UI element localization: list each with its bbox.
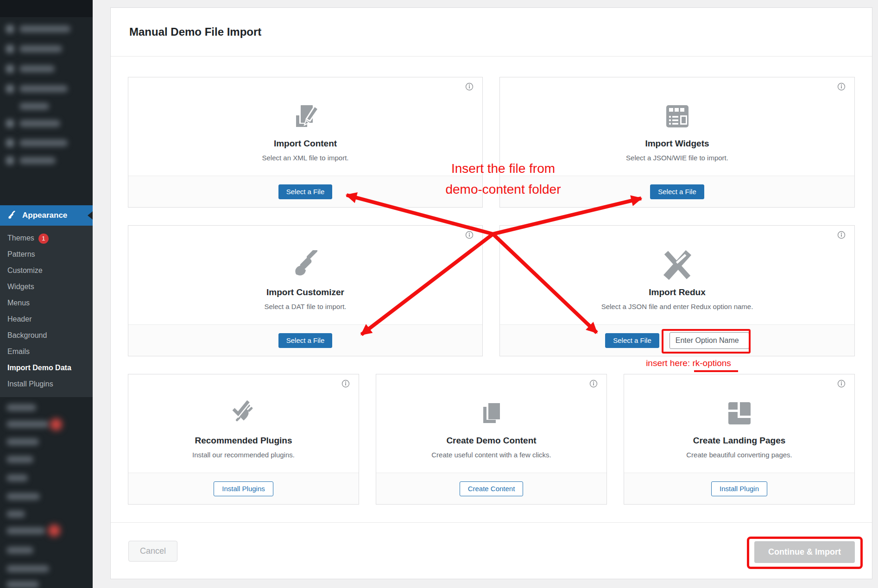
annotation-box-option-input bbox=[662, 329, 751, 354]
annotation-note-line1: Insert the file from bbox=[431, 158, 575, 179]
blurred-menu-item bbox=[6, 421, 49, 428]
sidebar-item-background[interactable]: Background bbox=[0, 327, 93, 343]
widgets-icon bbox=[663, 101, 692, 131]
sidebar-item-emails[interactable]: Emails bbox=[0, 343, 93, 360]
card-title: Create Landing Pages bbox=[693, 436, 786, 446]
card-title: Recommended Plugins bbox=[195, 436, 292, 446]
blurred-update-badge bbox=[48, 525, 60, 537]
blurred-menu-item bbox=[19, 139, 68, 146]
card-subtitle: Select a JSON/WIE file to import. bbox=[626, 154, 728, 162]
blurred-update-badge bbox=[50, 418, 62, 430]
annotation-underline bbox=[694, 370, 738, 372]
card-title: Import Widgets bbox=[645, 139, 709, 149]
card-recommended-plugins: Recommended Plugins Install our recommen… bbox=[128, 374, 359, 505]
blurred-menu-item bbox=[19, 65, 55, 72]
select-file-button[interactable]: Select a File bbox=[278, 333, 333, 348]
blurred-menu-icon bbox=[6, 45, 14, 53]
blurred-menu-icon bbox=[6, 120, 14, 127]
sidebar-item-header[interactable]: Header bbox=[0, 311, 93, 327]
annotation-box-continue-button bbox=[747, 537, 863, 569]
blurred-menu-item bbox=[19, 157, 56, 164]
select-file-button[interactable]: Select a File bbox=[278, 184, 333, 199]
info-icon[interactable] bbox=[465, 231, 474, 239]
sidebar-item-import-demo-data[interactable]: Import Demo Data bbox=[0, 360, 93, 376]
card-import-customizer: Import Customizer Select a DAT file to i… bbox=[128, 225, 483, 356]
blurred-menu-item bbox=[6, 547, 33, 554]
themes-update-badge: 1 bbox=[38, 234, 49, 244]
cancel-button[interactable]: Cancel bbox=[128, 541, 177, 562]
card-title: Import Redux bbox=[649, 287, 705, 297]
card-title: Create Demo Content bbox=[446, 436, 536, 446]
annotation-note-line2: demo-content folder bbox=[431, 179, 575, 200]
redux-x-icon bbox=[663, 250, 692, 280]
admin-topbar-blurred bbox=[0, 0, 93, 17]
card-import-content: Import Content Select an XML file to imp… bbox=[128, 77, 483, 208]
info-icon[interactable] bbox=[837, 379, 846, 388]
info-icon[interactable] bbox=[341, 379, 350, 388]
info-icon[interactable] bbox=[465, 82, 474, 91]
admin-sidebar: Appearance Themes1 Patterns Customize Wi… bbox=[0, 0, 93, 588]
blurred-menu-icon bbox=[6, 25, 14, 33]
blurred-menu-item bbox=[6, 438, 39, 445]
blurred-menu-item bbox=[19, 25, 70, 32]
blurred-menu-item bbox=[6, 474, 28, 481]
sidebar-item-install-plugins[interactable]: Install Plugins bbox=[0, 376, 93, 392]
card-subtitle: Select a DAT file to import. bbox=[264, 303, 346, 310]
create-content-button[interactable]: Create Content bbox=[460, 481, 524, 496]
blurred-menu-icon bbox=[6, 85, 14, 93]
info-icon[interactable] bbox=[837, 82, 846, 91]
pages-icon bbox=[477, 398, 506, 428]
page-title: Manual Demo File Import bbox=[111, 8, 872, 57]
info-icon[interactable] bbox=[837, 231, 846, 239]
sidebar-item-menus[interactable]: Menus bbox=[0, 295, 93, 311]
sidebar-item-label: Appearance bbox=[22, 211, 67, 220]
card-subtitle: Create useful content with a few clicks. bbox=[431, 451, 551, 459]
card-subtitle: Select a JSON file and enter Redux optio… bbox=[601, 303, 753, 310]
card-subtitle: Create beautiful converting pages. bbox=[686, 451, 792, 459]
brush-icon bbox=[291, 250, 320, 280]
edit-document-icon bbox=[291, 101, 320, 131]
annotation-note: Insert the file from demo-content folder bbox=[431, 158, 575, 200]
page: Appearance Themes1 Patterns Customize Wi… bbox=[0, 0, 878, 588]
install-plugins-button[interactable]: Install Plugins bbox=[214, 481, 273, 496]
blurred-menu-item bbox=[6, 527, 45, 534]
sidebar-item-appearance[interactable]: Appearance bbox=[0, 205, 93, 226]
annotation-redux-note: insert here: rk-options bbox=[619, 358, 758, 368]
install-plugin-button[interactable]: Install Plugin bbox=[711, 481, 767, 496]
layout-icon bbox=[725, 398, 754, 428]
plugin-check-icon bbox=[229, 398, 259, 428]
blurred-menu-item bbox=[19, 120, 60, 127]
blurred-menu-item bbox=[6, 511, 25, 518]
sidebar-item-themes[interactable]: Themes1 bbox=[0, 230, 93, 246]
card-subtitle: Install our recommended plugins. bbox=[192, 451, 295, 459]
blurred-menu-icon bbox=[6, 157, 14, 164]
blurred-menu-item bbox=[6, 493, 40, 500]
sidebar-item-patterns[interactable]: Patterns bbox=[0, 246, 93, 262]
blurred-menu-icon bbox=[6, 65, 14, 73]
brush-icon bbox=[7, 211, 16, 220]
card-create-landing-pages: Create Landing Pages Create beautiful co… bbox=[624, 374, 855, 505]
blurred-menu-item bbox=[19, 45, 62, 52]
card-subtitle: Select an XML file to import. bbox=[262, 154, 348, 162]
current-menu-arrow bbox=[88, 211, 93, 220]
blurred-menu-item bbox=[6, 581, 39, 588]
footer-divider bbox=[111, 522, 872, 523]
card-create-demo-content: Create Demo Content Create useful conten… bbox=[376, 374, 607, 505]
blurred-menu-item bbox=[6, 404, 36, 411]
info-icon[interactable] bbox=[589, 379, 598, 388]
appearance-submenu: Themes1 Patterns Customize Widgets Menus… bbox=[0, 226, 93, 397]
card-title: Import Content bbox=[274, 139, 337, 149]
select-file-button[interactable]: Select a File bbox=[650, 184, 704, 199]
card-title: Import Customizer bbox=[266, 287, 344, 297]
sidebar-item-widgets[interactable]: Widgets bbox=[0, 278, 93, 295]
blurred-menu-item bbox=[19, 103, 49, 110]
sidebar-item-customize[interactable]: Customize bbox=[0, 262, 93, 278]
select-file-button[interactable]: Select a File bbox=[605, 333, 659, 348]
blurred-menu-item bbox=[6, 565, 49, 572]
blurred-menu-item bbox=[6, 456, 33, 463]
blurred-menu-item bbox=[19, 85, 68, 92]
blurred-menu-icon bbox=[6, 139, 14, 147]
